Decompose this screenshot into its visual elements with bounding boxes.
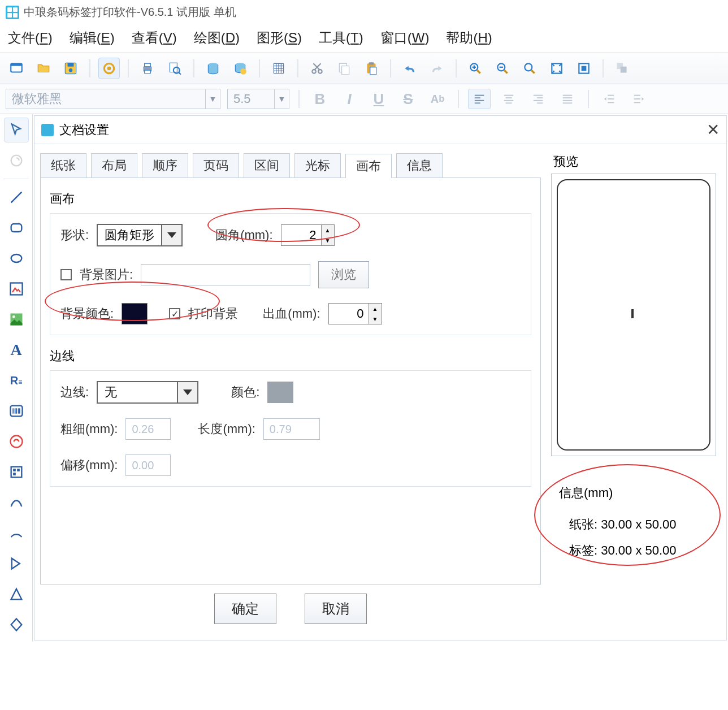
- menu-edit[interactable]: 编辑(E): [70, 29, 115, 47]
- format-toolbar: 微软雅黑 ▼ 5.5 ▼ B I U S Ab: [0, 84, 728, 114]
- cancel-button[interactable]: 取消: [305, 594, 367, 624]
- image-tool-icon[interactable]: [4, 307, 29, 332]
- border-line-combo[interactable]: 无: [97, 381, 198, 404]
- strikethrough-icon[interactable]: S: [397, 89, 419, 109]
- zoom-out-icon[interactable]: [492, 58, 513, 79]
- chevron-down-icon[interactable]: [177, 382, 197, 402]
- svg-point-30: [312, 70, 316, 73]
- paste-icon[interactable]: [361, 58, 382, 79]
- ok-button[interactable]: 确定: [214, 594, 276, 624]
- zoom-in-icon[interactable]: [465, 58, 486, 79]
- select-tool-icon[interactable]: [4, 118, 29, 142]
- diamond-tool-icon[interactable]: [4, 612, 29, 637]
- qrcode-tool-icon[interactable]: [4, 429, 29, 454]
- open-icon[interactable]: [33, 58, 54, 79]
- bgimg-checkbox[interactable]: [60, 269, 72, 280]
- spinner-up-icon[interactable]: ▲: [369, 304, 382, 314]
- align-right-icon[interactable]: [527, 89, 549, 109]
- indent-increase-icon[interactable]: [627, 89, 650, 109]
- tab-info[interactable]: 信息: [396, 153, 443, 178]
- border-length-input[interactable]: [263, 418, 320, 440]
- curve-tool-icon[interactable]: [4, 490, 29, 515]
- italic-icon[interactable]: I: [338, 89, 361, 109]
- dialog-buttons: 确定 取消: [40, 585, 541, 629]
- zoom-select-icon[interactable]: [573, 58, 595, 79]
- line-tool-icon[interactable]: [4, 185, 29, 210]
- align-justify-icon[interactable]: [556, 89, 579, 109]
- shape-combo[interactable]: 圆角矩形: [97, 224, 183, 246]
- tab-cursor[interactable]: 光标: [294, 153, 341, 178]
- richtext-tool-icon[interactable]: R≡: [4, 368, 29, 393]
- font-size-combo[interactable]: 5.5 ▼: [227, 89, 289, 109]
- menu-draw[interactable]: 绘图(D): [194, 29, 240, 47]
- bgimg-path-input[interactable]: [141, 264, 310, 285]
- menu-window[interactable]: 窗口(W): [380, 29, 430, 47]
- svg-rect-89: [11, 467, 21, 478]
- tab-layout[interactable]: 布局: [91, 153, 137, 178]
- tab-page[interactable]: 页码: [193, 153, 239, 178]
- chevron-down-icon[interactable]: ▼: [205, 89, 220, 109]
- layers-icon[interactable]: [612, 58, 633, 79]
- border-width-input[interactable]: [125, 418, 171, 440]
- rounded-rect-tool-icon[interactable]: [4, 215, 29, 240]
- menu-help[interactable]: 帮助(H): [446, 29, 492, 47]
- chevron-down-icon[interactable]: ▼: [274, 89, 289, 109]
- print-preview-icon[interactable]: [164, 58, 185, 79]
- info-title: 信息(mm): [559, 480, 713, 506]
- radius-input[interactable]: [281, 225, 321, 245]
- cut-icon[interactable]: [306, 58, 328, 79]
- border-color-swatch[interactable]: [267, 382, 293, 403]
- indent-decrease-icon[interactable]: [598, 89, 621, 109]
- svg-point-10: [107, 67, 111, 71]
- triangle-tool-icon[interactable]: [4, 582, 29, 607]
- tab-range[interactable]: 区间: [244, 153, 290, 178]
- text-tool-icon[interactable]: A: [4, 337, 29, 362]
- chevron-down-icon[interactable]: [161, 225, 181, 245]
- arc-tool-icon[interactable]: [4, 521, 29, 546]
- svg-rect-12: [145, 63, 151, 66]
- new-icon[interactable]: [6, 58, 27, 79]
- vector-image-tool-icon[interactable]: [4, 276, 29, 301]
- database-icon[interactable]: [202, 58, 224, 79]
- radius-spinner[interactable]: ▲▼: [281, 224, 335, 246]
- zoom-actual-icon[interactable]: [519, 58, 540, 79]
- font-combo[interactable]: 微软雅黑 ▼: [6, 89, 220, 109]
- undo-icon[interactable]: [399, 58, 421, 79]
- browse-button[interactable]: 浏览: [318, 261, 369, 288]
- bgcolor-swatch[interactable]: [122, 303, 148, 324]
- barcode-tool-icon[interactable]: [4, 399, 29, 423]
- print-bg-checkbox[interactable]: [169, 308, 180, 319]
- copy-icon[interactable]: [333, 58, 355, 79]
- ellipse-tool-icon[interactable]: [4, 246, 29, 271]
- database-link-icon[interactable]: [229, 58, 251, 79]
- dialog-titlebar: 文档设置 ✕: [34, 116, 726, 144]
- spinner-down-icon[interactable]: ▼: [369, 314, 382, 324]
- polygon-tool-icon[interactable]: [4, 551, 29, 576]
- bleed-spinner[interactable]: ▲▼: [328, 303, 382, 324]
- bold-icon[interactable]: B: [309, 89, 331, 109]
- tab-paper[interactable]: 纸张: [40, 153, 86, 178]
- underline-icon[interactable]: U: [367, 89, 390, 109]
- redo-icon[interactable]: [426, 58, 448, 79]
- border-offset-input[interactable]: [125, 454, 171, 476]
- grid-icon[interactable]: [268, 58, 289, 79]
- save-icon[interactable]: [60, 58, 81, 79]
- close-icon[interactable]: ✕: [707, 120, 720, 139]
- lock-tool-icon[interactable]: [4, 148, 29, 173]
- align-center-icon[interactable]: [497, 89, 520, 109]
- menu-tool[interactable]: 工具(T): [319, 29, 363, 47]
- zoom-fit-icon[interactable]: [546, 58, 567, 79]
- spinner-up-icon[interactable]: ▲: [322, 225, 334, 235]
- bleed-input[interactable]: [329, 304, 369, 324]
- print-icon[interactable]: [137, 58, 158, 79]
- spinner-down-icon[interactable]: ▼: [322, 235, 334, 245]
- table-tool-icon[interactable]: [4, 460, 29, 484]
- align-left-icon[interactable]: [468, 89, 491, 109]
- menu-shape[interactable]: 图形(S): [257, 29, 302, 47]
- tab-order[interactable]: 顺序: [142, 153, 188, 178]
- tab-canvas[interactable]: 画布: [345, 154, 392, 178]
- settings-icon[interactable]: [98, 58, 120, 79]
- text-effect-icon[interactable]: Ab: [426, 89, 449, 109]
- menu-view[interactable]: 查看(V): [132, 29, 177, 47]
- menu-file[interactable]: 文件(F): [8, 29, 53, 47]
